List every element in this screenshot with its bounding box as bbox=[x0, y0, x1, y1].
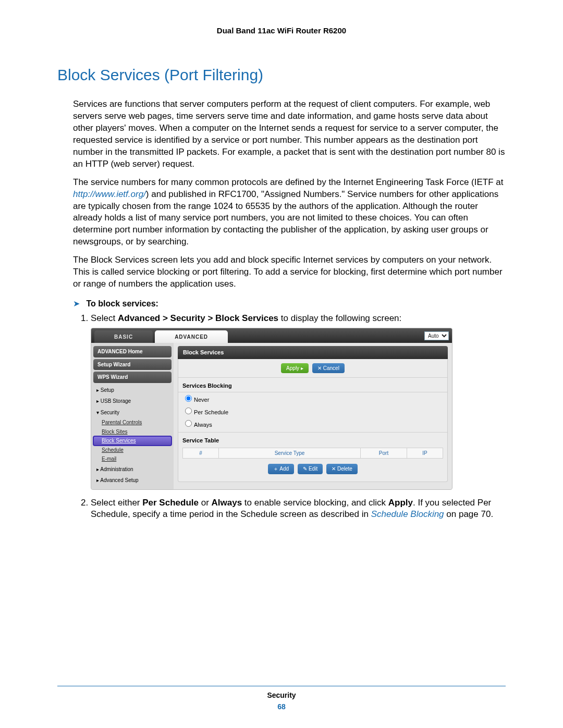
panel-title: Block Services bbox=[178, 346, 448, 359]
footer-rule bbox=[57, 686, 506, 686]
step-1-prefix: Select bbox=[91, 313, 118, 323]
sidebar-setup[interactable]: ▸ Setup bbox=[93, 385, 172, 396]
procedure-heading: ➤ To block services: bbox=[73, 299, 506, 309]
step-1: Select Advanced > Security > Block Servi… bbox=[91, 313, 506, 489]
sidebar-block-services[interactable]: Block Services bbox=[93, 436, 172, 446]
edit-button[interactable]: ✎ Edit bbox=[298, 464, 323, 474]
paragraph-2: The service numbers for many common prot… bbox=[73, 177, 506, 249]
step-2: Select either Per Schedule or Always to … bbox=[91, 497, 506, 521]
service-table-header: # Service Type Port IP bbox=[182, 448, 443, 459]
sidebar-administration[interactable]: ▸ Administration bbox=[93, 464, 172, 475]
tab-advanced[interactable]: ADVANCED bbox=[155, 330, 228, 344]
radio-never-input[interactable] bbox=[185, 395, 192, 402]
triangle-bullet-icon: ➤ bbox=[73, 299, 80, 308]
section-title: Block Services (Port Filtering) bbox=[57, 66, 506, 84]
services-blocking-heading: Services Blocking bbox=[178, 378, 447, 392]
add-button[interactable]: ＋ Add bbox=[268, 464, 294, 474]
tab-basic[interactable]: BASIC bbox=[94, 330, 153, 344]
sidebar-usb-storage[interactable]: ▸ USB Storage bbox=[93, 396, 172, 407]
apply-button[interactable]: Apply ▸ bbox=[281, 363, 309, 374]
radio-always-label: Always bbox=[194, 422, 212, 428]
col-index: # bbox=[183, 448, 219, 459]
step-2-c: or bbox=[199, 498, 212, 508]
sidebar-block-sites[interactable]: Block Sites bbox=[93, 427, 172, 437]
top-button-row: Apply ▸ ✕ Cancel bbox=[178, 359, 447, 378]
step-2-d: Always bbox=[212, 498, 242, 508]
service-table-heading: Service Table bbox=[178, 433, 447, 447]
step-2-e: to enable service blocking, and click bbox=[242, 498, 388, 508]
paragraph-3: The Block Services screen lets you add a… bbox=[73, 254, 506, 290]
cancel-button[interactable]: ✕ Cancel bbox=[312, 363, 345, 374]
delete-button[interactable]: ✕ Delete bbox=[326, 464, 358, 474]
service-table: # Service Type Port IP bbox=[182, 448, 443, 459]
sidebar-advanced-home[interactable]: ADVANCED Home bbox=[93, 346, 172, 357]
router-ui-screenshot: BASIC ADVANCED Auto ADVANCED Home Setup … bbox=[91, 328, 452, 490]
step-1-suffix: to display the following screen: bbox=[278, 313, 401, 323]
radio-never[interactable]: Never bbox=[178, 392, 447, 405]
ietf-link[interactable]: http://www.ietf.org/ bbox=[73, 189, 146, 199]
step-2-b: Per Schedule bbox=[142, 498, 199, 508]
tab-bar: BASIC ADVANCED Auto bbox=[91, 328, 452, 343]
radio-per-schedule-input[interactable] bbox=[185, 408, 192, 414]
col-ip: IP bbox=[407, 448, 443, 459]
language-select[interactable]: Auto bbox=[424, 331, 449, 340]
step-1-nav-path: Advanced > Security > Block Services bbox=[118, 313, 278, 323]
sidebar-parental-controls[interactable]: Parental Controls bbox=[93, 418, 172, 427]
radio-always[interactable]: Always bbox=[178, 417, 447, 433]
table-button-row: ＋ Add ✎ Edit ✕ Delete bbox=[178, 461, 447, 477]
sidebar-advanced-setup[interactable]: ▸ Advanced Setup bbox=[93, 475, 172, 486]
step-2-f: Apply bbox=[388, 498, 413, 508]
radio-always-input[interactable] bbox=[185, 420, 192, 427]
step-2-a: Select either bbox=[91, 498, 142, 508]
col-service-type: Service Type bbox=[219, 448, 361, 459]
schedule-blocking-link[interactable]: Schedule Blocking bbox=[371, 509, 444, 519]
footer-section-label: Security bbox=[0, 691, 563, 699]
radio-never-label: Never bbox=[194, 397, 209, 403]
main-panel: Block Services Apply ▸ ✕ Cancel Services… bbox=[174, 343, 452, 489]
paragraph-1: Services are functions that server compu… bbox=[73, 98, 506, 170]
sidebar-security[interactable]: ▾ Security bbox=[93, 407, 172, 418]
procedure-label: To block services: bbox=[86, 299, 158, 308]
sidebar-email[interactable]: E-mail bbox=[93, 454, 172, 464]
step-2-h: on page 70. bbox=[444, 509, 494, 519]
document-header: Dual Band 11ac WiFi Router R6200 bbox=[57, 26, 506, 35]
sidebar-wps-wizard[interactable]: WPS Wizard bbox=[93, 372, 172, 383]
paragraph-2-a: The service numbers for many common prot… bbox=[73, 177, 504, 187]
radio-per-schedule[interactable]: Per Schedule bbox=[178, 405, 447, 417]
sidebar-setup-wizard[interactable]: Setup Wizard bbox=[93, 359, 172, 371]
footer-page-number: 68 bbox=[0, 702, 563, 711]
col-port: Port bbox=[361, 448, 407, 459]
sidebar-schedule[interactable]: Schedule bbox=[93, 446, 172, 455]
sidebar: ADVANCED Home Setup Wizard WPS Wizard ▸ … bbox=[91, 343, 174, 489]
radio-per-schedule-label: Per Schedule bbox=[194, 409, 228, 415]
